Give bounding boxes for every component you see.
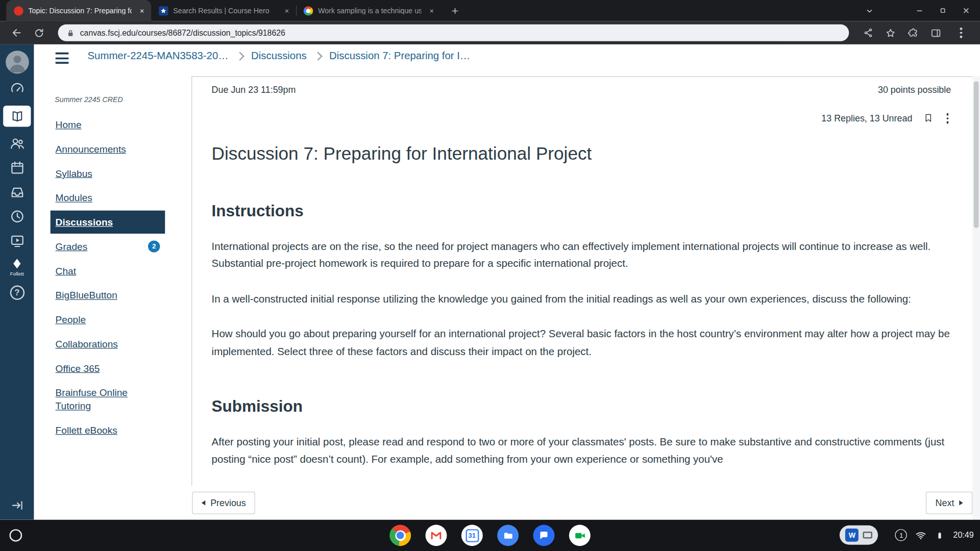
- calendar-icon[interactable]: [9, 160, 25, 176]
- sidebar-item-home[interactable]: Home: [51, 113, 165, 136]
- sidebar-item-modules[interactable]: Modules: [51, 186, 165, 209]
- history-icon[interactable]: [9, 209, 25, 224]
- grades-badge: 2: [148, 240, 160, 252]
- new-tab-button[interactable]: [446, 2, 464, 19]
- discussion-content: Due Jun 23 11:59pm 30 points possible 13…: [191, 76, 972, 486]
- replies-count: 13 Replies, 13 Unread: [821, 113, 912, 123]
- follett-label: Follett: [10, 271, 24, 277]
- close-tab-icon[interactable]: [426, 5, 437, 16]
- browser-tab-strip: Topic: Discussion 7: Preparing fo Search…: [0, 0, 980, 21]
- sidebar-item-syllabus[interactable]: Syllabus: [51, 162, 165, 185]
- tab-title: Work sampling is a technique us: [318, 7, 421, 14]
- studio-icon[interactable]: [9, 233, 25, 249]
- assignment-meta: Due Jun 23 11:59pm 30 points possible: [212, 85, 951, 95]
- chevron-right-icon: [313, 52, 322, 60]
- next-button[interactable]: Next: [926, 492, 972, 514]
- status-area[interactable]: W 1 20:49: [840, 525, 973, 545]
- meet-app-icon[interactable]: [569, 525, 591, 546]
- tabs: Topic: Discussion 7: Preparing fo Search…: [0, 0, 980, 21]
- expand-nav-icon[interactable]: [10, 498, 24, 512]
- course-hero-favicon-icon: [159, 6, 168, 15]
- account-avatar[interactable]: [5, 51, 29, 73]
- window-controls: [865, 0, 977, 21]
- gmail-app-icon[interactable]: [426, 525, 447, 546]
- breadcrumb-course-link[interactable]: Summer-2245-MAN3583-20…: [88, 50, 229, 62]
- sidebar-item-collaborations[interactable]: Collaborations: [51, 332, 165, 355]
- tab-search-icon[interactable]: [865, 6, 874, 15]
- sidebar-item-discussions[interactable]: Discussions: [51, 211, 165, 234]
- next-arrow-icon: [959, 500, 963, 506]
- bookmark-star-icon[interactable]: [882, 24, 900, 41]
- follett-logo-icon[interactable]: Follett: [10, 257, 24, 277]
- close-window-icon[interactable]: [954, 0, 977, 21]
- side-panel-icon[interactable]: [927, 24, 945, 41]
- calendar-app-icon[interactable]: 31: [461, 525, 483, 546]
- sidebar-item-office365[interactable]: Office 365: [51, 357, 165, 380]
- screen: Topic: Discussion 7: Preparing fo Search…: [0, 0, 980, 551]
- tab-title: Topic: Discussion 7: Preparing fo: [29, 7, 132, 14]
- courses-icon[interactable]: [3, 106, 31, 127]
- sidebar-item-brainfuse[interactable]: Brainfuse Online Tutoring: [51, 381, 165, 417]
- sidebar-item-announcements[interactable]: Announcements: [51, 137, 165, 160]
- minimize-icon[interactable]: [908, 0, 931, 21]
- battery-icon[interactable]: [935, 530, 945, 541]
- instructions-paragraph: International projects are on the rise, …: [212, 238, 951, 272]
- lock-icon[interactable]: [67, 29, 75, 37]
- close-tab-icon[interactable]: [282, 5, 292, 16]
- subscribe-bookmark-icon[interactable]: [923, 113, 933, 124]
- notification-count[interactable]: 1: [895, 529, 907, 541]
- tab-course-hero[interactable]: Search Results | Course Hero: [151, 0, 296, 21]
- url-text: canvas.fscj.edu/courses/86872/discussion…: [80, 28, 285, 37]
- shelf-apps: 31: [389, 525, 591, 546]
- sidebar-item-chat[interactable]: Chat: [51, 259, 165, 282]
- scrollbar-thumb[interactable]: [974, 81, 979, 228]
- submission-paragraph: After posting your initial post, please …: [212, 434, 951, 468]
- sidebar-item-people[interactable]: People: [51, 308, 165, 331]
- page-header: Summer-2245-MAN3583-20… Discussions Disc…: [34, 44, 980, 76]
- reload-icon[interactable]: [30, 24, 48, 41]
- inbox-icon[interactable]: [9, 184, 25, 200]
- word-app-icon[interactable]: W: [845, 529, 859, 542]
- google-favicon-icon: [304, 6, 313, 15]
- instructions-paragraph: How should you go about preparing yourse…: [212, 325, 951, 360]
- points-possible: 30 points possible: [878, 85, 951, 95]
- maximize-icon[interactable]: [931, 0, 954, 21]
- canvas-global-nav: Follett ?: [0, 44, 34, 520]
- sidebar-item-bigbluebutton[interactable]: BigBlueButton: [51, 284, 165, 307]
- due-date: Due Jun 23 11:59pm: [212, 85, 296, 95]
- browser-menu-icon[interactable]: [950, 23, 972, 43]
- topic-options-kebab-icon[interactable]: [944, 112, 951, 124]
- window-app-icon[interactable]: [863, 532, 873, 538]
- submission-heading: Submission: [212, 397, 951, 416]
- extensions-puzzle-icon[interactable]: [904, 24, 922, 41]
- chevron-right-icon: [235, 52, 244, 60]
- chat-app-icon[interactable]: [533, 525, 555, 546]
- previous-button[interactable]: Previous: [192, 492, 255, 514]
- scrollbar-track[interactable]: [972, 76, 980, 519]
- discussion-title: Discussion 7: Preparing for Internationa…: [212, 143, 951, 164]
- files-app-icon[interactable]: [497, 525, 519, 546]
- wifi-icon[interactable]: [915, 530, 926, 541]
- share-icon[interactable]: [859, 24, 877, 41]
- tab-google-search[interactable]: Work sampling is a technique us: [296, 0, 441, 21]
- canvas-favicon-icon: [14, 6, 23, 15]
- dashboard-icon[interactable]: [9, 81, 25, 97]
- launcher-icon[interactable]: [10, 529, 22, 541]
- tab-canvas-discussion[interactable]: Topic: Discussion 7: Preparing fo: [6, 0, 151, 21]
- address-bar[interactable]: canvas.fscj.edu/courses/86872/discussion…: [58, 24, 849, 41]
- canvas-page: Follett ? Summer-2245-MAN3583-20… Discus…: [0, 44, 980, 520]
- sidebar-item-grades[interactable]: Grades2: [51, 235, 165, 258]
- help-icon[interactable]: ?: [10, 286, 24, 300]
- hamburger-menu-icon[interactable]: [56, 49, 69, 64]
- back-icon[interactable]: [8, 24, 26, 41]
- breadcrumb-topic-link[interactable]: Discussion 7: Preparing for I…: [329, 50, 470, 62]
- breadcrumb-discussions-link[interactable]: Discussions: [251, 50, 307, 62]
- clock-label: 20:49: [953, 531, 973, 540]
- breadcrumb: Summer-2245-MAN3583-20… Discussions Disc…: [88, 49, 471, 62]
- sidebar-item-follett-ebooks[interactable]: Follett eBooks: [51, 418, 165, 441]
- close-tab-icon[interactable]: [137, 5, 148, 16]
- groups-icon[interactable]: [9, 136, 25, 152]
- running-apps-tray[interactable]: W: [840, 525, 878, 545]
- replies-row: 13 Replies, 13 Unread: [212, 112, 951, 124]
- chrome-app-icon[interactable]: [389, 525, 411, 546]
